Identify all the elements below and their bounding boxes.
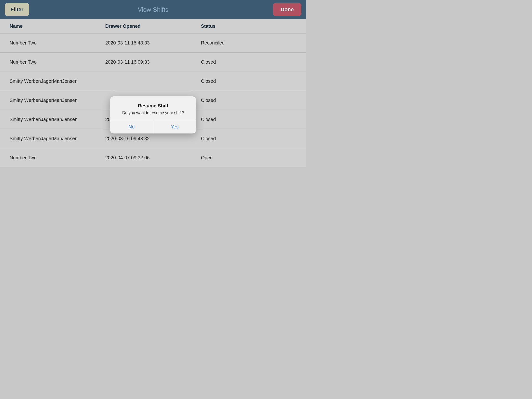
modal-message: Do you want to resume your shift? [116, 111, 190, 115]
cell-status: Open [201, 155, 297, 160]
cell-drawer-opened [105, 78, 201, 84]
page-title: View Shifts [138, 6, 168, 13]
cell-name: Smitty WerbenJagerManJensen [10, 136, 105, 141]
cell-name: Smitty WerbenJagerManJensen [10, 117, 105, 122]
cell-drawer-opened: 2020-03-11 16:09:33 [105, 59, 201, 65]
table-row[interactable]: Number Two 2020-03-11 16:09:33 Closed [0, 53, 306, 72]
cell-status: Reconciled [201, 40, 297, 46]
cell-name: Number Two [10, 40, 105, 46]
table-row[interactable]: Smitty WerbenJagerManJensen Closed [0, 72, 306, 91]
cell-name: Smitty WerbenJagerManJensen [10, 78, 105, 84]
modal-content: Resume Shift Do you want to resume your … [110, 96, 196, 120]
done-button[interactable]: Done [273, 3, 301, 16]
header: Filter View Shifts Done [0, 0, 306, 19]
resume-shift-modal: Resume Shift Do you want to resume your … [110, 96, 196, 133]
cell-status: Closed [201, 136, 297, 141]
cell-status: Closed [201, 78, 297, 84]
table-header-row: Name Drawer Opened Status [0, 19, 306, 33]
cell-name: Number Two [10, 155, 105, 160]
cell-status: Closed [201, 98, 297, 103]
modal-no-button[interactable]: No [110, 120, 153, 133]
table-row[interactable]: Number Two 2020-04-07 09:32:06 Open [0, 148, 306, 167]
cell-drawer-opened: 2020-04-07 09:32:06 [105, 155, 201, 160]
cell-drawer-opened: 2020-03-11 15:48:33 [105, 40, 201, 46]
cell-name: Smitty WerbenJagerManJensen [10, 98, 105, 103]
column-header-name: Name [10, 23, 105, 29]
cell-status: Closed [201, 59, 297, 65]
cell-name: Number Two [10, 59, 105, 65]
table-row[interactable]: Number Two 2020-03-11 15:48:33 Reconcile… [0, 33, 306, 53]
filter-button[interactable]: Filter [5, 3, 29, 16]
modal-yes-button[interactable]: Yes [153, 120, 196, 133]
column-header-drawer-opened: Drawer Opened [105, 23, 201, 29]
modal-title: Resume Shift [116, 103, 190, 109]
cell-drawer-opened: 2020-03-16 09:43:32 [105, 136, 201, 141]
modal-buttons: No Yes [110, 120, 196, 133]
column-header-status: Status [201, 23, 297, 29]
cell-status: Closed [201, 117, 297, 122]
shifts-table: Name Drawer Opened Status Number Two 202… [0, 19, 306, 167]
